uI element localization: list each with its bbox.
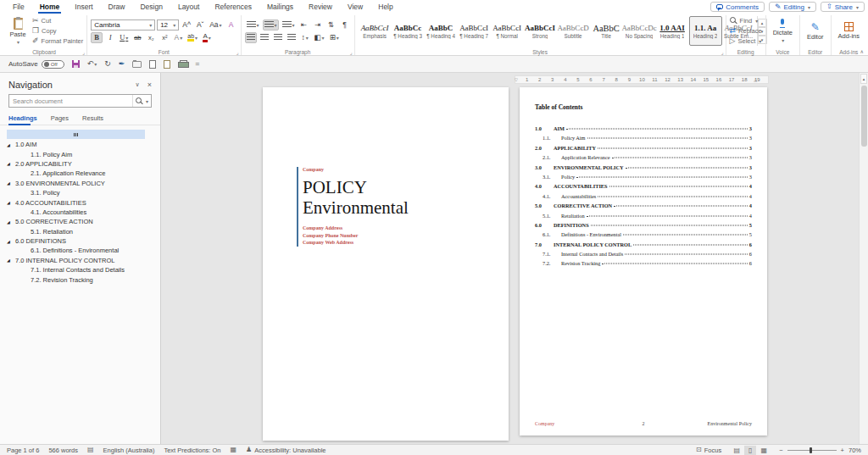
paragraph-dialog-launcher-icon[interactable]: ⌟ [350, 49, 353, 55]
nav-heading-item[interactable]: ◢ 4.0 ACCOUNTABILITIES [0, 197, 160, 207]
search-icon[interactable] [136, 97, 143, 105]
document-page-1[interactable]: Company POLICY Environmental Company Add… [263, 87, 509, 441]
print-layout-icon[interactable]: ▯ [744, 446, 756, 455]
toc-entry[interactable]: 3.1. Policy 3 [535, 174, 752, 183]
navigation-tab[interactable]: Results [82, 113, 108, 125]
horizontal-ruler[interactable]: 12345678910111213141516171819 [515, 75, 769, 84]
redo-icon[interactable]: ↻ [104, 60, 111, 68]
nav-heading-item[interactable]: ◢ 6.1. Definitions - Environmental [0, 246, 160, 255]
collapse-triangle-icon[interactable]: ◢ [7, 161, 15, 166]
font-color-button[interactable]: A▾ [201, 32, 213, 43]
nav-heading-item[interactable]: ◢ 1.1. Policy Aim [0, 149, 160, 158]
toc-entry[interactable]: 2.1. Application Relevance 3 [535, 154, 752, 164]
ribbon-tab[interactable]: Insert [67, 0, 100, 14]
underline-button[interactable]: U▾ [118, 32, 130, 43]
nav-heading-item[interactable]: ◢ 6.0 DEFINITIONS [0, 236, 160, 246]
customize-quick-access-icon[interactable]: = [195, 60, 199, 68]
nav-heading-item[interactable]: ◢ 5.0 CORRECTIVE ACTION [0, 217, 160, 226]
zoom-slider-thumb[interactable] [810, 447, 812, 453]
ink-pen-icon[interactable]: ✒ [119, 60, 125, 68]
ribbon-tab[interactable]: Help [370, 0, 400, 14]
read-mode-icon[interactable]: ▤ [731, 446, 743, 455]
save-icon[interactable] [72, 60, 80, 68]
editing-status[interactable]: ▦ [231, 447, 237, 453]
close-navigation-icon[interactable]: × [147, 80, 152, 89]
nav-heading-item[interactable]: ◢ 7.0 INTERNAL POLICY CONTROL [0, 256, 160, 265]
collapse-triangle-icon[interactable]: ◢ [7, 258, 15, 263]
style-chip[interactable]: AaBbCcD Subtitle [557, 16, 590, 46]
toc-entry[interactable]: 7.2. Revision Tracking 6 [535, 260, 752, 269]
search-input[interactable] [9, 97, 132, 105]
ribbon-tab[interactable]: Mailings [259, 0, 301, 14]
open-file-icon[interactable] [132, 61, 142, 68]
nav-heading-item[interactable]: ◢ 2.0 APPLICABILITY [0, 159, 160, 169]
text-effects-button[interactable]: A▾ [172, 32, 184, 43]
grow-font-button[interactable]: A^ [181, 19, 192, 31]
select-button[interactable]: ▷Select▾ [730, 36, 762, 46]
find-button[interactable]: Find▾ [730, 16, 762, 25]
scroll-up-icon[interactable]: ▴ [860, 74, 867, 84]
language-indicator[interactable]: English (Australia) [103, 447, 155, 454]
paste-button[interactable]: Paste ▾ [5, 16, 31, 46]
bold-button[interactable]: B [91, 32, 103, 43]
ribbon-tab[interactable]: References [207, 0, 259, 14]
toc-entry[interactable]: 7.1. Internal Contacts and Details 6 [535, 251, 752, 260]
toc-entry[interactable]: 5.0 CORRECTIVE ACTION 4 [535, 203, 752, 212]
web-layout-icon[interactable]: ▦ [758, 446, 770, 455]
numbering-button[interactable]: ▾ [263, 19, 279, 31]
collapse-ribbon-icon[interactable]: ∧ [860, 48, 864, 54]
toc-entry[interactable]: 3.0 ENVIRONMENTAL POLICY 3 [535, 164, 752, 174]
document-page-2[interactable]: Table of Contents 1.0 AIM 3 [520, 87, 767, 436]
style-chip[interactable]: AaBbCcI ¶ Normal [491, 16, 524, 46]
font-size-select[interactable]: 12▾ [157, 19, 179, 31]
editing-mode-button[interactable]: ✎ Editing ▾ [769, 2, 816, 12]
dictate-button[interactable]: Dictate ▾ [770, 16, 796, 46]
align-center-button[interactable] [259, 32, 270, 43]
toc-entry[interactable]: 7.0 INTERNAL POLICY CONTROL 6 [535, 241, 752, 251]
ribbon-tab[interactable]: Design [132, 0, 170, 14]
autosave-toggle[interactable]: AutoSave Off [8, 60, 64, 69]
clear-formatting-button[interactable]: A [225, 19, 237, 31]
zoom-in-icon[interactable]: + [841, 447, 844, 454]
collapse-triangle-icon[interactable]: ◢ [7, 200, 15, 205]
toc-entry[interactable]: 4.1. Accountabilities 4 [535, 193, 752, 203]
nav-heading-item[interactable]: ◢ 4.1. Accountabilities [0, 208, 160, 217]
ribbon-tab[interactable]: Layout [170, 0, 208, 14]
increase-indent-button[interactable]: ⇥ [312, 19, 324, 31]
borders-button[interactable]: ⊞▾ [328, 32, 341, 43]
style-chip[interactable]: 1.0 AAI Heading 1 [656, 16, 689, 46]
navigation-options-chevron-icon[interactable]: ∨ [136, 81, 140, 88]
nav-heading-item[interactable]: ◢ 3.1. Policy [0, 188, 160, 197]
style-chip[interactable]: AaBbCcDc No Spacing [623, 16, 656, 46]
nav-heading-item[interactable]: ◢ 2.1. Application Relevance [0, 169, 160, 178]
search-options-chevron-icon[interactable]: ▾ [146, 98, 148, 104]
show-paragraph-marks-button[interactable]: ¶ [339, 19, 351, 31]
justify-button[interactable] [286, 32, 298, 43]
clipboard-dialog-launcher-icon[interactable]: ⌟ [82, 49, 85, 55]
nav-heading-item[interactable]: ◢ 3.0 ENVIRONMENTAL POLICY [0, 179, 160, 188]
align-left-button[interactable] [245, 32, 257, 43]
font-dialog-launcher-icon[interactable]: ⌟ [236, 49, 239, 55]
collapse-triangle-icon[interactable]: ◢ [7, 180, 15, 186]
superscript-button[interactable]: x² [159, 32, 170, 43]
navigation-search-box[interactable]: ▾ [8, 94, 152, 108]
nav-heading-item[interactable]: ◢ 7.1. Internal Contacts and Details [0, 265, 160, 275]
new-document-icon[interactable] [149, 60, 156, 69]
collapse-triangle-icon[interactable]: ◢ [7, 142, 15, 147]
toc-entry[interactable]: 4.0 ACCOUNTABILITIES 4 [535, 183, 752, 192]
multilevel-list-button[interactable]: ▾ [281, 19, 297, 31]
nav-selected-item[interactable] [7, 130, 145, 139]
accessibility-status[interactable]: ♟Accessibility: Unavailable [246, 447, 326, 454]
style-chip[interactable]: AaBbCcI Emphasis [359, 16, 392, 46]
format-painter-button[interactable]: ✐Format Painter [32, 36, 83, 46]
style-chip[interactable]: 1.1. Aa Heading 2 [689, 16, 722, 46]
styles-dialog-launcher-icon[interactable]: ⌟ [721, 49, 724, 55]
sort-button[interactable]: ⇅ [326, 19, 337, 31]
collapse-triangle-icon[interactable]: ◢ [7, 239, 15, 244]
word-count[interactable]: 566 words [48, 447, 78, 454]
page-indicator[interactable]: Page 1 of 6 [7, 447, 39, 454]
highlight-color-button[interactable]: ab▾ [186, 32, 199, 43]
vertical-scrollbar[interactable]: ▴ [859, 73, 868, 444]
toc-entry[interactable]: 5.1. Retaliation 4 [535, 213, 752, 222]
font-family-select[interactable]: Cambria▾ [91, 19, 155, 31]
